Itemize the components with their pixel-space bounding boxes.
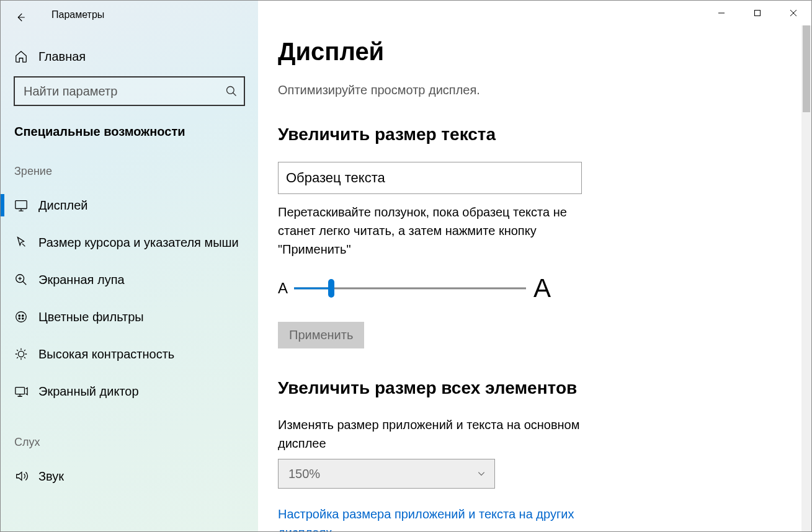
color-filters-icon xyxy=(14,310,28,324)
nav-item-high-contrast[interactable]: Высокая контрастность xyxy=(1,335,258,373)
svg-point-0 xyxy=(227,87,234,94)
display-icon xyxy=(14,198,28,212)
window-controls xyxy=(703,1,811,25)
home-nav-item[interactable]: Главная xyxy=(1,39,258,74)
text-size-slider-row: A A xyxy=(278,273,551,303)
svg-rect-10 xyxy=(755,11,761,16)
back-arrow-icon xyxy=(15,12,26,23)
apply-button[interactable]: Применить xyxy=(278,322,364,348)
sidebar: Параметры Главная Специальные возможност… xyxy=(1,1,258,531)
svg-point-5 xyxy=(22,315,24,316)
maximize-button[interactable] xyxy=(739,1,775,25)
text-size-slider[interactable] xyxy=(294,279,526,298)
window-title: Параметры xyxy=(51,9,104,20)
scrollbar-thumb[interactable] xyxy=(803,25,810,112)
slider-track-fill xyxy=(294,288,331,290)
main-content: Дисплей Оптимизируйте просмотр дисплея. … xyxy=(258,1,811,531)
nav-label: Размер курсора и указателя мыши xyxy=(38,234,239,251)
nav-label: Звук xyxy=(38,468,64,485)
search-input[interactable] xyxy=(24,84,225,99)
sample-text-box: Образец текста xyxy=(278,162,582,194)
slider-max-label: A xyxy=(533,273,551,303)
chevron-down-icon xyxy=(477,467,486,481)
category-title: Специальные возможности xyxy=(14,125,258,139)
search-box[interactable] xyxy=(14,76,245,106)
text-size-description: Перетаскивайте ползунок, пока образец те… xyxy=(278,203,582,259)
dropdown-value: 150% xyxy=(288,467,320,481)
svg-point-7 xyxy=(22,318,24,319)
contrast-icon xyxy=(14,347,28,361)
minimize-button[interactable] xyxy=(703,1,739,25)
nav-label: Высокая контрастность xyxy=(38,346,174,363)
scale-dropdown[interactable]: 150% xyxy=(278,459,495,489)
page-title: Дисплей xyxy=(278,38,593,66)
nav-label: Экранная лупа xyxy=(38,272,125,288)
home-icon xyxy=(14,50,28,63)
nav-item-magnifier[interactable]: Экранная лупа xyxy=(1,261,258,298)
nav-item-color-filters[interactable]: Цветные фильтры xyxy=(1,298,258,335)
sound-icon xyxy=(14,469,28,483)
svg-rect-9 xyxy=(16,388,25,394)
nav-item-sound[interactable]: Звук xyxy=(1,458,258,495)
svg-point-8 xyxy=(18,351,24,357)
section-heading-text-size: Увеличить размер текста xyxy=(278,125,593,144)
close-button[interactable] xyxy=(775,1,811,25)
nav-label: Цветные фильтры xyxy=(38,309,144,326)
page-subtitle: Оптимизируйте просмотр дисплея. xyxy=(278,83,593,97)
group-title-hearing: Слух xyxy=(14,436,258,449)
svg-point-6 xyxy=(19,318,20,319)
scale-description: Изменять размер приложений и текста на о… xyxy=(278,415,593,453)
nav-label: Дисплей xyxy=(38,197,88,214)
home-label: Главная xyxy=(38,50,86,64)
cursor-icon xyxy=(14,236,28,249)
section-heading-scale: Увеличить размер всех элементов xyxy=(278,378,593,398)
svg-point-3 xyxy=(16,312,27,322)
sample-text: Образец текста xyxy=(286,170,385,186)
slider-min-label: A xyxy=(278,280,288,297)
search-icon xyxy=(225,85,238,97)
group-title-vision: Зрение xyxy=(14,165,258,178)
svg-point-4 xyxy=(19,315,20,316)
nav-item-display[interactable]: Дисплей xyxy=(1,187,258,224)
nav-item-narrator[interactable]: Экранный диктор xyxy=(1,373,258,410)
magnifier-icon xyxy=(14,273,28,286)
back-button[interactable] xyxy=(6,2,35,33)
link-other-displays[interactable]: Настройка размера приложений и текста на… xyxy=(278,505,594,531)
nav-label: Экранный диктор xyxy=(38,383,139,400)
narrator-icon xyxy=(14,384,28,398)
svg-rect-1 xyxy=(16,201,27,209)
nav-item-cursor-pointer[interactable]: Размер курсора и указателя мыши xyxy=(1,224,258,261)
vertical-scrollbar[interactable] xyxy=(801,25,811,531)
slider-thumb[interactable] xyxy=(328,279,334,298)
